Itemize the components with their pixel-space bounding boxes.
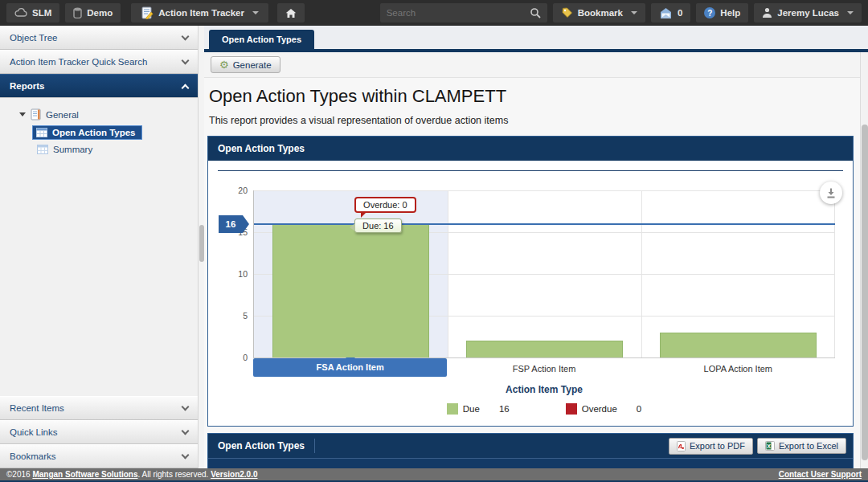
- category-label-fsp[interactable]: FSP Action Item: [447, 358, 641, 379]
- main-scrollbar[interactable]: [860, 52, 868, 468]
- help-button[interactable]: ? Help: [696, 3, 748, 22]
- sidebar-section-quick-links[interactable]: Quick Links: [0, 420, 198, 444]
- demo-database-button[interactable]: Demo: [65, 3, 121, 22]
- section-label: Reports: [10, 81, 44, 91]
- demo-label: Demo: [87, 8, 113, 18]
- sidebar-scrollbar[interactable]: [198, 26, 204, 468]
- chart-panel-title: Open Action Types: [218, 143, 305, 154]
- question-circle-icon: ?: [704, 7, 715, 18]
- contact-support-link[interactable]: Contact User Support: [779, 470, 862, 479]
- sidebar-section-bookmarks[interactable]: Bookmarks: [0, 444, 198, 468]
- reports-tree: General Open Action Types Summary: [0, 98, 198, 396]
- sidebar-section-reports[interactable]: Reports: [0, 74, 198, 98]
- footer-copyright: ©2016 Mangan Software Solutions. All rig…: [6, 470, 258, 479]
- x-axis-title: Action Item Type: [253, 384, 835, 395]
- generate-label: Generate: [233, 60, 272, 70]
- tooltip-overdue: Overdue: 0: [354, 197, 416, 213]
- bookmark-button[interactable]: Bookmark: [553, 3, 645, 22]
- slm-button[interactable]: SLM: [6, 3, 59, 22]
- chart-title-rule: [218, 170, 843, 171]
- gridline: [641, 190, 642, 357]
- notebook-pencil-icon: [141, 6, 154, 19]
- company-link[interactable]: Mangan Software Solutions: [32, 470, 137, 479]
- tree-node-summary[interactable]: Summary: [0, 142, 198, 157]
- bar-chart-plot: 20 15 10 5 0: [253, 190, 835, 358]
- tooltip-due: Due: 16: [354, 219, 402, 233]
- sidebar-section-recent-items[interactable]: Recent Items: [0, 396, 198, 420]
- export-pdf-button[interactable]: Export to PDF: [669, 438, 753, 455]
- chevron-down-icon: [182, 427, 190, 435]
- gridline: [448, 190, 448, 357]
- chevron-down-icon: [182, 33, 190, 41]
- chart-bar-lopa[interactable]: [660, 333, 817, 357]
- chart-panel-header: Open Action Types: [208, 137, 853, 161]
- table-report-icon: [36, 128, 47, 137]
- chevron-down-icon: [631, 11, 637, 18]
- legend-value: 0: [637, 404, 641, 414]
- gears-icon: ⚙: [219, 59, 229, 70]
- search-input[interactable]: [387, 8, 530, 18]
- user-menu-button[interactable]: Jeremy Lucas: [754, 3, 862, 22]
- legend-item-overdue[interactable]: Overdue 0: [566, 403, 642, 415]
- global-search[interactable]: [380, 3, 547, 22]
- export-pdf-label: Export to PDF: [690, 441, 745, 451]
- category-label-fsa[interactable]: FSA Action Item: [253, 358, 447, 377]
- legend-item-due[interactable]: Due 16: [447, 403, 510, 415]
- sidebar-section-quick-search[interactable]: Action Item Tracker Quick Search: [0, 50, 198, 74]
- app-window: SLM Demo Action Item Tracker: [0, 0, 868, 482]
- page-subtitle: This report provides a visual representa…: [209, 115, 868, 126]
- app-name-label: Action Item Tracker: [158, 8, 244, 18]
- inbox-count-badge: 0: [678, 8, 682, 18]
- inbox-button[interactable]: 0: [651, 3, 690, 22]
- main-scrollbar-thumb[interactable]: [862, 125, 868, 460]
- report-toolbar: ⚙ Generate: [204, 52, 868, 78]
- home-button[interactable]: [277, 3, 305, 22]
- excel-icon: X: [765, 441, 775, 451]
- y-tick-label: 0: [223, 353, 248, 362]
- export-excel-button[interactable]: X Export to Excel: [757, 438, 846, 454]
- legend-value: 16: [499, 404, 510, 414]
- main-content: Open Action Types ⚙ Generate Open Action…: [204, 26, 868, 468]
- tree-node-label: Open Action Types: [52, 128, 136, 137]
- page-title: Open Action Types within CLAMPETT: [209, 86, 868, 107]
- version-link[interactable]: Version2.0.0: [211, 470, 257, 479]
- generate-button[interactable]: ⚙ Generate: [211, 56, 280, 73]
- tree-expander-icon[interactable]: [19, 112, 26, 116]
- tree-node-label: Summary: [53, 145, 92, 154]
- tree-node-open-action-types[interactable]: Open Action Types: [0, 123, 198, 142]
- chevron-up-icon: [182, 84, 190, 92]
- chart-bar-fsa[interactable]: [272, 224, 429, 357]
- tree-node-general[interactable]: General: [0, 106, 198, 123]
- chart-download-button[interactable]: [820, 182, 842, 204]
- legend-label: Overdue: [582, 404, 617, 414]
- section-label: Action Item Tracker Quick Search: [10, 57, 147, 67]
- chevron-down-icon: [252, 11, 259, 18]
- grid-panel-header: Open Action Types Export to PDF X Export: [208, 434, 853, 458]
- chart-bar-fsp[interactable]: [466, 341, 623, 357]
- app-switcher-button[interactable]: Action Item Tracker: [131, 3, 268, 22]
- category-label-lopa[interactable]: LOPA Action Item: [641, 358, 835, 379]
- tag-icon: [561, 7, 573, 19]
- value-plotline: [254, 223, 835, 225]
- y-tick-label: 5: [223, 311, 248, 321]
- sidebar-section-object-tree[interactable]: Object Tree: [0, 26, 198, 50]
- axis-value-marker: 16: [219, 215, 243, 233]
- results-grid-panel: Open Action Types Export to PDF X Export: [207, 433, 854, 468]
- help-label: Help: [720, 8, 740, 18]
- export-excel-label: Export to Excel: [779, 441, 838, 451]
- selected-tree-item[interactable]: Open Action Types: [32, 125, 142, 140]
- chevron-down-icon: [182, 57, 190, 65]
- legend-swatch-overdue: [566, 403, 577, 415]
- sidebar-bottom-sections: Recent Items Quick Links Bookmarks: [0, 396, 198, 468]
- chevron-down-icon: [182, 403, 190, 411]
- group-by-drop-zone[interactable]: Drag a column header and drop it here to…: [208, 458, 853, 468]
- rights-text: . All rights reserved.: [138, 470, 211, 479]
- tab-open-action-types[interactable]: Open Action Types: [209, 30, 314, 49]
- legend-swatch-due: [447, 403, 458, 415]
- bookmark-label: Bookmark: [578, 8, 623, 18]
- gridline: [254, 190, 835, 191]
- y-tick-label: 10: [223, 269, 248, 279]
- search-icon[interactable]: [530, 7, 541, 18]
- tree-node-label: General: [46, 110, 79, 120]
- download-icon: [826, 188, 836, 198]
